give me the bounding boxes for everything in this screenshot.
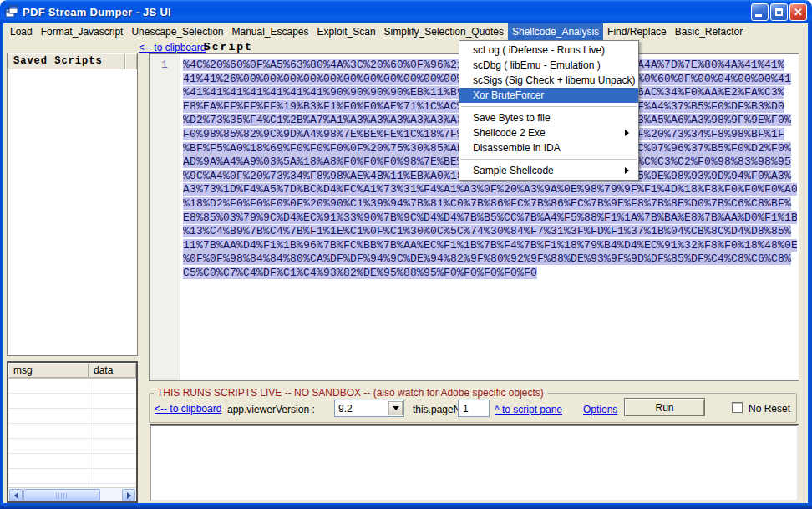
arrow-right-icon: [127, 492, 134, 499]
menu-item-find-replace[interactable]: Find/Replace: [603, 23, 671, 40]
thumb-grip-icon: [56, 493, 68, 499]
msg-data-header: msg data: [8, 363, 136, 379]
app-window: PDF Stream Dumper - JS UI ✕ LoadFormat_J…: [0, 0, 812, 509]
menu-item-load[interactable]: Load: [6, 23, 37, 40]
menu-item-sample-shellcode[interactable]: Sample Shellcode: [459, 163, 638, 178]
close-icon: ✕: [794, 7, 803, 18]
close-button[interactable]: ✕: [789, 3, 807, 21]
horizontal-scrollbar[interactable]: [8, 487, 136, 501]
menu-item-manual-escapes[interactable]: Manual_Escapes: [227, 23, 312, 40]
saved-scripts-panel: Saved Scripts: [7, 53, 138, 356]
msg-data-rows[interactable]: [8, 379, 136, 486]
no-reset-label: No Reset: [749, 403, 790, 415]
title-bar: PDF Stream Dumper - JS UI ✕: [0, 0, 812, 23]
page-num-input[interactable]: 1: [458, 400, 490, 417]
options-link[interactable]: Options: [583, 404, 617, 415]
submenu-arrow-icon: [625, 130, 632, 136]
to-script-pane-link[interactable]: ^ to script pane: [495, 404, 562, 415]
run-button[interactable]: Run: [624, 398, 705, 416]
window-border-bottom: [0, 503, 812, 509]
script-line: C5%C0%C7%C4%DF%C1%C4%93%82%DE%95%88%95%F…: [183, 267, 797, 281]
menu-item-xor-bruteforcer[interactable]: Xor BruteForcer: [459, 88, 638, 103]
viewer-version-label: app.viewerVersion :: [227, 404, 315, 415]
app-icon: [5, 5, 18, 18]
menu-item-shellcode-analysis[interactable]: Shellcode_Analysis: [508, 23, 603, 40]
menu-bar: LoadFormat_JavascriptUnescape_SelectionM…: [3, 23, 808, 40]
script-line: E8%85%03%79%9C%D4%EC%91%33%90%7B%9C%D4%D…: [183, 211, 797, 226]
msg-data-table: msg data: [7, 361, 138, 503]
line-number: 1: [150, 59, 180, 71]
script-line: 11%7B%AA%D4%F1%1B%96%7B%FC%BB%7B%AA%EC%F…: [183, 239, 797, 253]
to-clipboard-link-bottom[interactable]: <-- to clipboard: [155, 403, 221, 415]
minimize-icon: [755, 14, 762, 17]
menu-item-exploit-scan[interactable]: Exploit_Scan: [313, 23, 380, 40]
no-reset-checkbox[interactable]: [732, 402, 743, 413]
saved-scripts-header: Saved Scripts: [8, 53, 137, 69]
script-line: %13%C4%B9%7B%C4%7B%F1%1E%C1%0F%C1%30%0C%…: [183, 225, 797, 239]
menu-item-unescape-selection[interactable]: Unescape_Selection: [127, 23, 227, 40]
output-pane[interactable]: [150, 425, 799, 501]
column-header-data[interactable]: data: [89, 363, 136, 378]
maximize-button[interactable]: [770, 3, 788, 21]
maximize-icon: [775, 8, 783, 16]
menu-item-scdbg-libemu-emulation-[interactable]: scDbg ( libEmu - Emulation ): [459, 58, 638, 73]
column-divider: [89, 379, 89, 486]
menu-item-simplify-selection-quotes[interactable]: Simplify_Selection_Quotes: [380, 23, 508, 40]
script-line: %18%D2%F0%F0%F0%0F%20%90%C1%39%94%7B%81%…: [183, 197, 797, 211]
menu-item-shellcode-2-exe[interactable]: Shellcode 2 Exe: [459, 125, 638, 140]
script-line: A3%73%1D%F4%A5%7D%BC%D4%FC%A1%73%31%F4%A…: [183, 183, 797, 197]
scroll-left-button[interactable]: [9, 489, 23, 501]
window-border-right: [808, 22, 812, 509]
submenu-arrow-icon: [625, 167, 632, 174]
to-clipboard-link-top[interactable]: <-- to clipboard: [139, 42, 206, 53]
saved-scripts-header-label[interactable]: Saved Scripts: [8, 53, 125, 69]
script-line: %0F%0F%98%84%84%80%CA%DF%DF%94%9C%DE%94%…: [183, 252, 797, 267]
menu-item-sclog-idefense-runs-live-[interactable]: scLog ( iDefense - Runs Live): [459, 43, 638, 58]
menu-item-scsigs-sig-check-libemu-unpack-[interactable]: scSigs (Sig Check + libemu Unpack): [459, 73, 638, 88]
scroll-right-button[interactable]: [122, 489, 135, 501]
menu-separator: [461, 159, 637, 160]
scrollbar-thumb[interactable]: [23, 489, 100, 501]
window-title: PDF Stream Dumper - JS UI: [23, 6, 751, 18]
chevron-down-icon: [393, 406, 399, 414]
window-border-left: [0, 22, 3, 509]
script-pane-label: Script: [204, 41, 253, 53]
menu-item-save-bytes-to-file[interactable]: Save Bytes to file: [459, 110, 638, 125]
line-number-gutter: 1: [150, 54, 180, 380]
combo-dropdown-button[interactable]: [388, 401, 403, 415]
arrow-left-icon: [11, 492, 18, 499]
minimize-button[interactable]: [751, 3, 769, 21]
column-header-msg[interactable]: msg: [8, 363, 89, 378]
menu-separator: [461, 106, 637, 107]
sandbox-warning: THIS RUNS SCRIPTS LIVE -- NO SANDBOX -- …: [154, 387, 547, 399]
saved-scripts-header-spacer: [125, 53, 137, 69]
viewer-version-select[interactable]: 9.2: [334, 400, 404, 417]
saved-scripts-list[interactable]: [8, 69, 137, 355]
menu-item-basic-refactor[interactable]: Basic_Refactor: [671, 23, 747, 40]
menu-item-disassemble-in-ida[interactable]: Disassemble in IDA: [459, 140, 638, 155]
menu-item-format-javascript[interactable]: Format_Javascript: [37, 23, 128, 40]
shellcode-menu: scLog ( iDefense - Runs Live)scDbg ( lib…: [459, 40, 639, 181]
